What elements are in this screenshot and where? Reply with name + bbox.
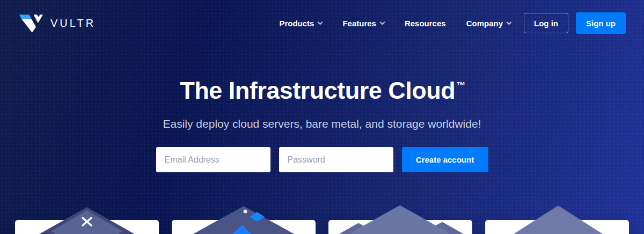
feature-card — [328, 220, 472, 234]
nav-item-resources[interactable]: Resources — [405, 19, 446, 28]
feature-card — [172, 220, 316, 234]
feature-card — [15, 220, 159, 234]
chevron-down-icon — [379, 19, 385, 25]
isometric-server-x-icon — [25, 207, 149, 234]
vultr-logo[interactable]: VULTR — [18, 12, 96, 34]
hero-subtitle: Easily deploy cloud servers, bare metal,… — [0, 118, 644, 130]
page-title-text: The Infrastructure Cloud — [180, 77, 455, 104]
nav-item-label: Company — [466, 19, 503, 28]
nav-item-features[interactable]: Features — [342, 19, 384, 28]
nav-item-products[interactable]: Products — [279, 19, 322, 28]
chevron-down-icon — [507, 19, 512, 25]
nav-item-label: Products — [279, 19, 314, 28]
vultr-logo-icon — [18, 12, 43, 34]
chevron-down-icon — [318, 19, 323, 25]
trademark-symbol: ™ — [456, 81, 465, 91]
site-header: VULTR Products Features Resources Compan… — [0, 0, 644, 46]
email-field[interactable] — [156, 147, 270, 172]
nav-item-label: Resources — [405, 19, 446, 28]
main-nav: Products Features Resources Company — [279, 19, 511, 28]
signup-button[interactable]: Sign up — [576, 12, 626, 34]
page-title: The Infrastructure Cloud™ — [0, 78, 644, 103]
isometric-compute-pyramid-icon — [174, 205, 313, 234]
login-button[interactable]: Log in — [524, 13, 568, 33]
feature-cards-row — [15, 220, 629, 234]
create-account-button[interactable]: Create account — [402, 147, 488, 172]
signup-form: Create account — [156, 147, 488, 172]
hero-section: The Infrastructure Cloud™ Easily deploy … — [0, 78, 644, 172]
isometric-cluster-icon — [331, 206, 470, 234]
header-buttons: Log in Sign up — [524, 12, 626, 34]
isometric-storage-pyramid-icon — [487, 205, 627, 234]
nav-item-company[interactable]: Company — [466, 19, 511, 28]
feature-card — [485, 220, 629, 234]
brand-name: VULTR — [50, 17, 96, 30]
nav-item-label: Features — [342, 19, 376, 28]
password-field[interactable] — [279, 147, 393, 172]
